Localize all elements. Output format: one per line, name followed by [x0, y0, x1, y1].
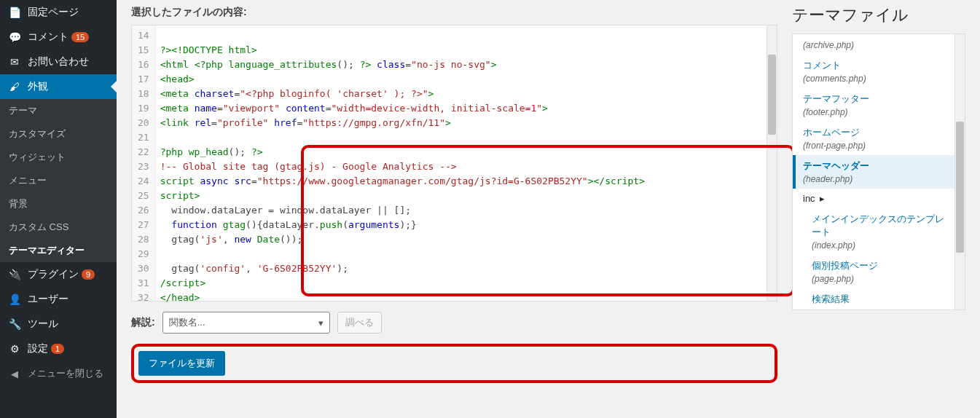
badge: 15: [71, 32, 89, 42]
settings-icon: ⚙: [7, 343, 22, 355]
menu-item-plugin[interactable]: 🔌プラグイン9: [0, 262, 117, 287]
theme-file-item[interactable]: テーマヘッダー(header.php): [793, 155, 954, 189]
menu-item-brush[interactable]: 🖌外観: [0, 74, 117, 99]
brush-icon: 🖌: [7, 81, 22, 92]
submenu-item[interactable]: メニュー: [0, 169, 117, 192]
function-select[interactable]: 関数名...: [162, 312, 330, 334]
theme-files-heading: テーマファイル: [792, 4, 965, 26]
collapse-icon: ◀: [7, 368, 22, 379]
scrollbar-thumb[interactable]: [956, 122, 964, 253]
code-area[interactable]: ?><!DOCTYPE html><html <?php language_at…: [156, 25, 767, 301]
menu-item-mail[interactable]: ✉お問い合わせ: [0, 50, 117, 74]
comment-icon: 💬: [7, 31, 22, 43]
theme-file-item[interactable]: 個別投稿ページ(page.php): [793, 255, 954, 288]
scrollbar-thumb[interactable]: [768, 55, 776, 135]
editor-heading: 選択したファイルの内容:: [131, 6, 777, 19]
filelist-scrollbar[interactable]: [954, 34, 965, 309]
theme-file-item[interactable]: ホームページ(front-page.php): [793, 122, 954, 155]
submenu-item[interactable]: カスタマイズ: [0, 122, 117, 146]
submenu-item[interactable]: カスタム CSS: [0, 216, 117, 239]
menu-item-tool[interactable]: 🔧ツール: [0, 312, 117, 336]
submenu-item[interactable]: テーマエディター: [0, 239, 117, 262]
explain-label: 解説:: [131, 316, 155, 329]
admin-sidebar: 📄固定ページ💬コメント15✉お問い合わせ🖌外観テーマカスタマイズウィジェットメニ…: [0, 0, 117, 418]
submenu-item[interactable]: ウィジェット: [0, 146, 117, 169]
theme-file-list: (archive.php)コメント(comments.php)テーマフッター(f…: [792, 33, 965, 310]
badge: 9: [82, 269, 95, 280]
mail-icon: ✉: [7, 56, 22, 68]
submenu-item[interactable]: テーマ: [0, 99, 117, 122]
collapse-menu[interactable]: ◀ メニューを閉じる: [0, 361, 117, 386]
menu-item-page[interactable]: 📄固定ページ: [0, 0, 117, 25]
theme-file-item[interactable]: (archive.php): [793, 34, 954, 55]
theme-file-item[interactable]: コメント(comments.php): [793, 55, 954, 88]
theme-file-item[interactable]: テーマフッター(footer.php): [793, 88, 954, 122]
editor-scrollbar[interactable]: [767, 25, 777, 301]
annotation-box-update: ファイルを更新: [131, 344, 777, 383]
user-icon: 👤: [7, 293, 22, 305]
menu-item-settings[interactable]: ⚙設定1: [0, 336, 117, 361]
plugin-icon: 🔌: [7, 269, 22, 280]
submenu-item[interactable]: 背景: [0, 192, 117, 216]
code-editor[interactable]: 14151617181920212223242526272829303132 ?…: [131, 25, 777, 301]
lookup-button[interactable]: 調べる: [337, 312, 382, 334]
folder-item[interactable]: inc ▸: [793, 189, 954, 208]
chevron-right-icon: ▸: [820, 193, 825, 204]
main-content: 選択したファイルの内容: 141516171819202122232425262…: [117, 0, 980, 418]
badge: 1: [51, 344, 64, 354]
menu-item-user[interactable]: 👤ユーザー: [0, 287, 117, 312]
tool-icon: 🔧: [7, 318, 22, 330]
theme-file-item[interactable]: メインインデックスのテンプレート(index.php): [793, 208, 954, 255]
menu-item-comment[interactable]: 💬コメント15: [0, 25, 117, 50]
collapse-label: メニューを閉じる: [28, 367, 103, 380]
line-gutter: 14151617181920212223242526272829303132: [132, 25, 156, 301]
update-file-button[interactable]: ファイルを更新: [138, 351, 225, 376]
theme-file-item[interactable]: 検索結果: [793, 288, 954, 310]
page-icon: 📄: [7, 7, 22, 18]
